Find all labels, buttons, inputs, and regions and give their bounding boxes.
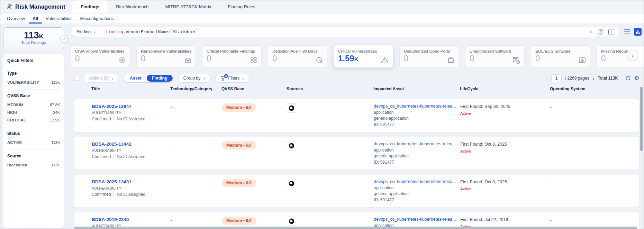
col-impacted-asset: Impacted Asset: [373, 86, 404, 91]
brand: Risk Management: [0, 0, 72, 13]
patch-icon: [250, 56, 257, 64]
query-search-bar[interactable]: Finding ∨ finding.vendorProductName:`Bla…: [71, 27, 620, 37]
tab-findings[interactable]: Findings: [72, 0, 108, 13]
subnav-misconfigurations[interactable]: Misconfigurations: [76, 13, 117, 24]
subnav-vulnerabilities[interactable]: Vulnerabilities: [42, 13, 76, 24]
clear-query-icon[interactable]: ✕: [589, 29, 592, 35]
card-eol-eos-software[interactable]: EOL/EOS Software 0: [531, 45, 590, 67]
vertical-scrollbar[interactable]: [640, 87, 643, 151]
finding-link[interactable]: BDSA-2025-13442: [92, 141, 145, 147]
table-row: BDSA-2025-12947 VULNERABILITY ConfirmedN…: [74, 99, 639, 132]
asset-finding-toggle: Asset Finding: [124, 74, 174, 83]
finding-toggle-button[interactable]: Finding: [147, 75, 173, 82]
filter-item-active[interactable]: ACTIVE 113K: [7, 139, 60, 146]
top-tabs: Findings Risk Workbench MITRE ATT&CK Mat…: [72, 0, 264, 13]
tab-mitre-attck-matrix[interactable]: MITRE ATT&CK Matrix: [157, 0, 220, 13]
finding-link[interactable]: BDSA-2019-2240: [92, 217, 145, 222]
divider: [622, 75, 622, 81]
filters-dropdown[interactable]: 3 Filters ∨: [215, 74, 250, 83]
subnav-all[interactable]: All: [29, 13, 42, 24]
qvss-badge: Medium • 6.0: [222, 103, 256, 112]
col-sources: Sources: [287, 86, 303, 91]
col-technology: Technology/Category: [170, 86, 212, 91]
group-by-dropdown[interactable]: Group by ∨: [178, 74, 211, 83]
quick-filters-title: Quick Filters: [7, 58, 60, 67]
sidebar-collapse-button[interactable]: ‹: [60, 35, 68, 43]
chevron-down-icon: ∨: [111, 76, 114, 80]
asset-link[interactable]: devops_co_kubernetes-kubernetes-relea...: [374, 179, 456, 184]
blackduck-source-icon[interactable]: [287, 141, 296, 150]
blackduck-source-icon[interactable]: [287, 103, 296, 113]
subnav-overview[interactable]: Overview: [3, 13, 29, 24]
actions-dropdown[interactable]: Actions (0) ∨: [84, 74, 119, 83]
chevron-down-icon: ∨: [242, 76, 244, 80]
filters-count-badge: 3: [224, 74, 228, 78]
asset-link[interactable]: devops_co_kubernetes-kubernetes-relea...: [374, 104, 456, 109]
tab-risk-workbench[interactable]: Risk Workbench: [108, 0, 157, 13]
query-help-icon[interactable]: ?: [598, 29, 603, 35]
qvss-cell: Medium • 6.0: [222, 141, 256, 149]
list-view-icon[interactable]: [624, 29, 630, 34]
horizontal-scrollbar[interactable]: [74, 227, 637, 229]
filter-item-blackduck[interactable]: Blackduck 113K: [7, 161, 60, 169]
total-findings-label: Total Findings: [3, 40, 64, 45]
clock-search-icon: [316, 56, 323, 64]
risk-management-icon: [6, 4, 12, 10]
card-unauthorized-open-ports[interactable]: Unauthorized Open Ports 0: [399, 45, 459, 67]
card-critical-vulnerabilities[interactable]: Critical Vulnerabilities 1.59K: [334, 45, 393, 67]
asset-link[interactable]: devops_co_kubernetes-kubernetes-relea...: [374, 217, 456, 222]
software-blocked-icon: [512, 56, 520, 64]
settings-gear-icon[interactable]: ⚙: [634, 75, 639, 81]
refresh-icon[interactable]: [625, 75, 631, 81]
filter-item-vulnerability[interactable]: VULNERABILITY 113K: [7, 79, 60, 86]
qvss-badge: Medium • 6.0: [222, 141, 256, 149]
ethernet-port-icon: [447, 56, 455, 64]
technology-cell: -: [171, 218, 172, 223]
card-critical-patchable-findings[interactable]: Critical Patchable Findings 0: [202, 45, 262, 67]
qvss-cell: Medium • 6.0: [222, 179, 256, 187]
finding-link[interactable]: BDSA-2025-12947: [92, 104, 145, 109]
impacted-asset-cell: devops_co_kubernetes-kubernetes-relea...…: [374, 141, 456, 165]
tab-finding-rules[interactable]: Finding Rules: [219, 0, 264, 13]
filter-item-high[interactable]: HIGH 24K: [7, 109, 60, 116]
card-cisa-known-vulnerabilities[interactable]: CISA Known Vulnerabilities 0: [71, 45, 130, 67]
cisa-emblem-icon: [118, 56, 126, 64]
os-cell: -: [550, 105, 552, 110]
lifecycle-cell: First Found: Oct 8, 2025 Active: [460, 180, 507, 191]
table-row: BDSA-2025-13431 VULNERABILITY ConfirmedN…: [74, 174, 639, 208]
asset-link[interactable]: devops_co_kubernetes-kubernetes-relea...: [374, 141, 456, 146]
chart-view-icon[interactable]: [634, 28, 642, 36]
card-ransomware-vulnerabilities[interactable]: Ransomware Vulnerabilities 0: [136, 45, 196, 67]
os-cell: -: [550, 218, 552, 223]
filter-item-critical[interactable]: CRITICAL 1.59K: [7, 116, 60, 124]
card-unauthorized-software[interactable]: Unauthorized Software 0: [465, 45, 525, 67]
next-page-icon[interactable]: ›: [593, 75, 595, 81]
card-detection-age[interactable]: Detection Age > 90 Days 0: [268, 45, 327, 67]
top-bar: Risk Management Findings Risk Workbench …: [0, 0, 644, 13]
prev-page-icon[interactable]: ‹: [546, 75, 548, 81]
title-cell: BDSA-2025-13431 VULNERABILITY ConfirmedN…: [92, 179, 145, 197]
os-cell: -: [550, 180, 552, 185]
col-title: Title: [91, 86, 100, 91]
filter-group-qvss-base: QVSS Base MEDIUM 87.8K HIGH 24K CRITICAL…: [7, 90, 60, 127]
total-findings-card: 113K Total Findings ‹: [3, 27, 64, 50]
add-query-icon[interactable]: +: [608, 29, 614, 35]
filter-funnel-icon: 3: [220, 76, 226, 81]
col-lifecycle: LifeCycle: [460, 86, 478, 91]
select-all-checkbox[interactable]: [74, 76, 79, 81]
search-scope-dropdown[interactable]: Finding ∨: [71, 27, 101, 37]
filter-group-source: Source Blackduck 113K: [7, 150, 60, 172]
blackduck-source-icon[interactable]: [287, 179, 296, 188]
current-page-input[interactable]: 1: [551, 74, 562, 82]
impacted-asset-cell: devops_co_kubernetes-kubernetes-relea...…: [374, 179, 456, 202]
filter-item-medium[interactable]: MEDIUM 87.8K: [7, 101, 60, 109]
search-query-input[interactable]: finding.vendorProductName:`Blackduck`: [101, 29, 198, 34]
os-cell: -: [550, 143, 552, 147]
window-x-icon: [578, 56, 586, 64]
finding-link[interactable]: BDSA-2025-13431: [92, 179, 145, 184]
sources-cell: [287, 103, 296, 113]
col-qvss-base: QVSS Base: [221, 86, 244, 91]
asset-toggle-button[interactable]: Asset: [125, 75, 147, 82]
cards-scroll-next-button[interactable]: ›: [628, 51, 637, 60]
blackduck-source-icon[interactable]: [287, 217, 296, 226]
